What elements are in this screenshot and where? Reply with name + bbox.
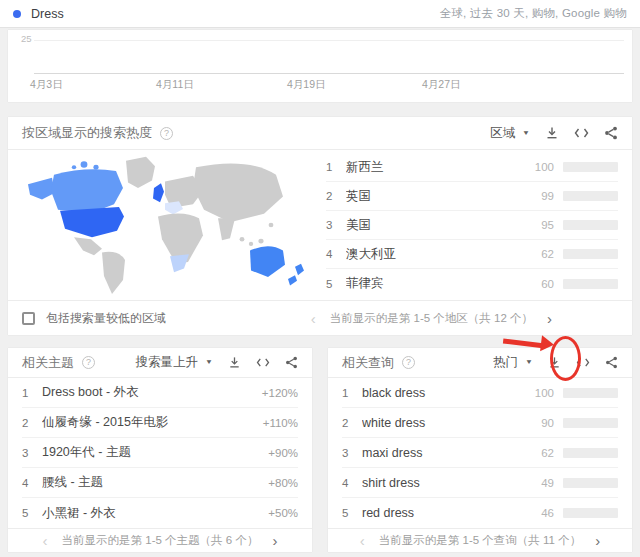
region-score: 100 [522, 161, 554, 173]
search-term: Dress [31, 7, 64, 21]
query-row[interactable]: 2 white dress 90 [342, 408, 618, 438]
score-bar [563, 418, 618, 428]
topic-row[interactable]: 5 小黑裙 - 外衣 +50% [22, 498, 298, 528]
chart-gridline [34, 40, 624, 41]
query-score: 49 [522, 477, 554, 489]
topic-name: Dress boot - 外衣 [42, 384, 262, 401]
chevron-down-icon: ▼ [525, 359, 533, 366]
topic-row[interactable]: 1 Dress boot - 外衣 +120% [22, 378, 298, 408]
term-color-dot-icon [13, 10, 21, 18]
region-name: 英国 [346, 188, 522, 205]
region-name: 美国 [346, 217, 522, 234]
world-map[interactable] [18, 154, 318, 296]
topic-rise-percent: +80% [268, 477, 298, 489]
query-row[interactable]: 1 black dress 100 [342, 378, 618, 408]
topic-name: 仙履奇缘 - 2015年电影 [42, 414, 263, 431]
query-text: white dress [362, 416, 522, 430]
y-axis-tick: 25 [21, 33, 32, 44]
embed-icon[interactable] [574, 127, 589, 139]
embed-icon[interactable] [576, 357, 590, 368]
next-page-icon[interactable]: › [533, 310, 566, 327]
topic-rise-percent: +50% [268, 507, 298, 519]
next-page-icon[interactable]: › [581, 532, 614, 549]
help-icon[interactable]: ? [82, 356, 95, 369]
time-series-chart-card: 25 4月3日 4月11日 4月19日 4月27日 [8, 30, 632, 102]
region-row[interactable]: 2 英国 99 [326, 182, 618, 211]
prev-page-icon[interactable]: ‹ [297, 310, 330, 327]
region-score: 62 [522, 248, 554, 260]
query-score: 90 [522, 417, 554, 429]
pagination-status: 当前显示的是第 1-5 个查询（共 11 个） [379, 533, 581, 548]
rank-number: 1 [326, 161, 346, 173]
pagination-status: 当前显示的是第 1-5 个主题（共 6 个） [62, 533, 259, 548]
region-score: 99 [522, 190, 554, 202]
chevron-down-icon: ▼ [205, 359, 213, 366]
prev-page-icon[interactable]: ‹ [29, 532, 62, 549]
help-icon[interactable]: ? [402, 356, 415, 369]
embed-icon[interactable] [256, 357, 270, 368]
share-icon[interactable] [604, 126, 618, 140]
x-axis-tick: 4月19日 [287, 78, 326, 92]
share-icon[interactable] [285, 356, 298, 369]
topics-sort-dropdown[interactable]: 搜索量上升 ▼ [136, 354, 213, 371]
region-row[interactable]: 3 美国 95 [326, 211, 618, 240]
rank-number: 2 [326, 190, 346, 202]
rank-number: 2 [22, 417, 42, 429]
download-icon[interactable] [548, 356, 561, 369]
x-axis-tick: 4月11日 [156, 78, 194, 92]
prev-page-icon[interactable]: ‹ [346, 532, 379, 549]
region-mode-dropdown[interactable]: 区域 ▼ [490, 125, 530, 142]
query-score: 100 [522, 387, 554, 399]
include-low-volume-checkbox[interactable] [22, 312, 35, 325]
score-bar [563, 191, 618, 201]
rank-number: 5 [342, 507, 362, 519]
region-score: 60 [522, 278, 554, 290]
card-title: 相关查询 [342, 354, 394, 372]
pagination-status: 当前显示的是第 1-5 个地区（共 12 个） [330, 311, 533, 326]
query-score: 62 [522, 447, 554, 459]
topic-rise-percent: +120% [262, 387, 298, 399]
query-text: black dress [362, 386, 522, 400]
download-icon[interactable] [545, 126, 559, 140]
region-name: 澳大利亚 [346, 246, 522, 263]
topic-row[interactable]: 2 仙履奇缘 - 2015年电影 +110% [22, 408, 298, 438]
region-score: 95 [522, 219, 554, 231]
rank-number: 4 [326, 248, 346, 260]
rank-number: 3 [22, 447, 42, 459]
score-bar [563, 249, 618, 259]
topic-row[interactable]: 3 1920年代 - 主题 +90% [22, 438, 298, 468]
query-text: shirt dress [362, 476, 522, 490]
query-row[interactable]: 5 red dress 46 [342, 498, 618, 528]
query-row[interactable]: 3 maxi dress 62 [342, 438, 618, 468]
help-icon[interactable]: ? [160, 127, 173, 140]
card-title: 相关主题 [22, 354, 74, 372]
topic-row[interactable]: 4 腰线 - 主题 +80% [22, 468, 298, 498]
region-row[interactable]: 4 澳大利亚 62 [326, 240, 618, 269]
chart-x-axis [34, 73, 624, 74]
score-bar [563, 279, 618, 289]
rank-number: 4 [22, 477, 42, 489]
next-page-icon[interactable]: › [258, 532, 291, 549]
share-icon[interactable] [605, 356, 618, 369]
topics-rank-list: 1 Dress boot - 外衣 +120% 2 仙履奇缘 - 2015年电影… [22, 378, 298, 528]
checkbox-label: 包括搜索量较低的区域 [46, 310, 166, 327]
x-axis-tick: 4月27日 [422, 78, 461, 92]
region-rank-list: 1 新西兰 100 2 英国 99 3 美国 95 [326, 153, 618, 298]
query-row[interactable]: 4 shirt dress 49 [342, 468, 618, 498]
related-topics-card: 相关主题 ? 搜索量上升 ▼ 1 Dress b [8, 348, 312, 552]
topic-name: 腰线 - 主题 [42, 474, 268, 491]
region-row[interactable]: 5 菲律宾 60 [326, 269, 618, 298]
rank-number: 3 [342, 447, 362, 459]
score-bar [563, 220, 618, 230]
topic-rise-percent: +110% [263, 417, 298, 429]
region-name: 菲律宾 [346, 275, 522, 292]
topic-name: 1920年代 - 主题 [42, 444, 268, 461]
download-icon[interactable] [228, 356, 241, 369]
score-bar [563, 162, 618, 172]
query-text: maxi dress [362, 446, 522, 460]
queries-sort-dropdown[interactable]: 热门 ▼ [493, 354, 533, 371]
score-bar [563, 508, 618, 518]
region-row[interactable]: 1 新西兰 100 [326, 153, 618, 182]
score-bar [563, 478, 618, 488]
rank-number: 1 [22, 387, 42, 399]
